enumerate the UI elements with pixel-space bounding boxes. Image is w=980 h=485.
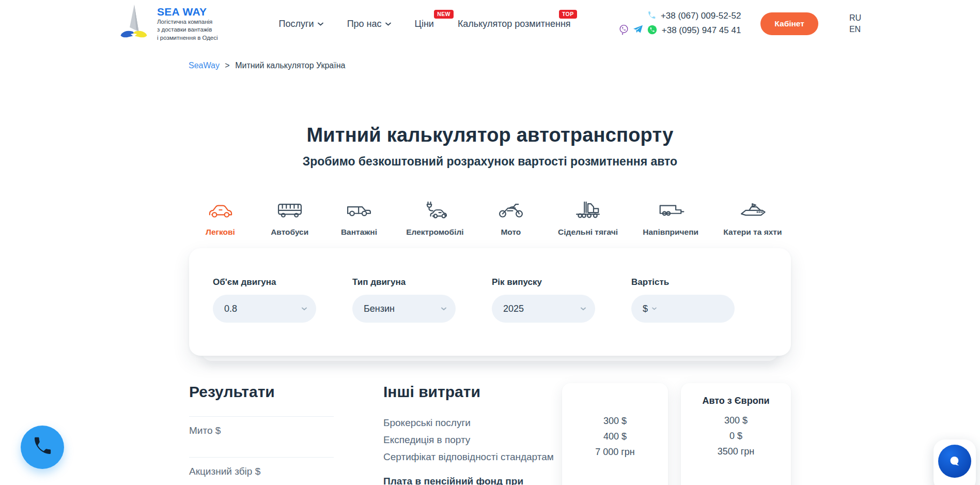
card-value: 400 $	[562, 429, 668, 444]
semi-truck-icon	[574, 199, 602, 220]
year-label: Рік випуску	[492, 277, 595, 287]
chevron-down-icon	[318, 22, 323, 26]
chevron-down-icon	[581, 307, 586, 311]
results-title: Результати	[189, 383, 334, 401]
page-subtitle: Зробимо безкоштовний розрахунок вартості…	[0, 155, 980, 169]
phone-call-icon	[32, 436, 53, 459]
engine-volume-label: Об'єм двигуна	[213, 277, 316, 287]
engine-volume-select[interactable]: 0.8	[213, 295, 316, 323]
viber-icon[interactable]	[619, 24, 629, 37]
breadcrumb-separator: >	[225, 61, 229, 70]
nav-item-services[interactable]: Послуги	[279, 19, 323, 29]
tab-cars[interactable]: Легкові	[198, 199, 243, 237]
messenger-icons	[619, 24, 657, 37]
result-row-duty: Мито $	[189, 416, 334, 457]
year-select[interactable]: 2025	[492, 295, 595, 323]
main-nav: Послуги Про нас Ціни NEW Калькулятор роз…	[279, 19, 571, 29]
language-switcher: RU EN	[849, 13, 861, 34]
top-badge: TOP	[559, 10, 577, 19]
cabinet-button[interactable]: Кабінет	[760, 12, 818, 35]
card-title: Авто з Європи	[681, 396, 791, 406]
breadcrumb-home-link[interactable]: SeaWay	[189, 61, 220, 70]
cost-input[interactable]: $	[631, 295, 735, 323]
engine-type-select[interactable]: Бензин	[352, 295, 456, 323]
header-phones: +38 (067) 009-52-52	[619, 11, 741, 37]
whatsapp-icon[interactable]	[647, 25, 657, 37]
nav-item-prices[interactable]: Ціни NEW	[415, 19, 434, 29]
tab-semi-trucks[interactable]: Сідельні тягачі	[558, 199, 618, 237]
tab-buses[interactable]: Автобуси	[268, 199, 312, 237]
chevron-down-icon	[385, 22, 391, 26]
yacht-icon	[739, 199, 767, 220]
engine-type-label: Тип двигуна	[352, 277, 456, 287]
electric-car-icon	[421, 199, 449, 220]
new-badge: NEW	[434, 10, 454, 19]
card-value: 300 $	[681, 413, 791, 428]
breadcrumb: SeaWay > Митний калькулятор Україна	[189, 61, 980, 70]
results-section: Результати Мито $ Акцизний збір $ Інші в…	[189, 383, 791, 485]
tab-semi-trailers[interactable]: Напівпричепи	[643, 199, 698, 237]
phone-number-1[interactable]: +38 (067) 009-52-52	[661, 11, 741, 21]
lang-ru[interactable]: RU	[849, 13, 861, 23]
tab-boats-yachts[interactable]: Катери та яхти	[723, 199, 782, 237]
tab-moto[interactable]: Мото	[489, 199, 533, 237]
logo-tagline: Логістична компанія з доставки вантажів …	[157, 18, 218, 42]
cost-field-group: Вартість $	[631, 277, 735, 323]
nav-item-customs-calculator[interactable]: Калькулятор розмитнення TOP	[458, 19, 571, 29]
other-costs-column: Інші витрати Брокерські послуги Експедиц…	[383, 383, 562, 485]
logo[interactable]: SEA WAY Логістична компанія з доставки в…	[118, 4, 218, 44]
truck-icon	[345, 199, 373, 220]
vehicle-type-tabs: Легкові Автобуси Вантажні	[198, 199, 782, 237]
other-cost-item: Експедиція в порту	[383, 431, 562, 448]
card-value: 300 $	[562, 413, 668, 429]
phone-icon	[647, 11, 656, 22]
other-cost-item: Брокерські послуги	[383, 414, 562, 431]
engine-type-field-group: Тип двигуна Бензин	[352, 277, 456, 323]
header: SEA WAY Логістична компанія з доставки в…	[0, 0, 980, 48]
card-value: 0 $	[681, 428, 791, 444]
europe-car-card: Авто з Європи 300 $ 0 $ 3500 грн	[681, 383, 791, 485]
card-value: 3500 грн	[681, 444, 791, 459]
calculator-card: Об'єм двигуна 0.8 Тип двигуна Бензин Рік…	[189, 248, 791, 356]
breadcrumb-current: Митний калькулятор Україна	[235, 61, 345, 70]
sailboat-logo-icon	[118, 4, 150, 44]
floating-chat-button[interactable]	[934, 439, 976, 485]
telegram-icon[interactable]	[633, 25, 643, 36]
phone-number-2[interactable]: +38 (095) 947 45 41	[662, 25, 741, 36]
chevron-down-icon	[652, 307, 657, 310]
year-field-group: Рік випуску 2025	[492, 277, 595, 323]
chat-icon	[938, 445, 971, 478]
tab-trucks[interactable]: Вантажні	[337, 199, 381, 237]
chevron-down-icon	[441, 307, 446, 311]
chevron-down-icon	[302, 307, 307, 311]
card-value: 7 000 грн	[562, 444, 668, 460]
results-column: Результати Мито $ Акцизний збір $	[189, 383, 334, 485]
trailer-icon	[657, 199, 685, 220]
engine-volume-field-group: Об'єм двигуна 0.8	[213, 277, 316, 323]
cost-label: Вартість	[631, 277, 735, 287]
nav-item-about[interactable]: Про нас	[347, 19, 391, 29]
page-title: Митний калькулятор автотранспорту	[0, 124, 980, 146]
motorcycle-icon	[497, 199, 525, 220]
result-row-excise: Акцизний збір $	[189, 457, 334, 485]
hero: Митний калькулятор автотранспорту Зробим…	[0, 124, 980, 169]
other-cost-item: Сертифікат відповідності стандартам	[383, 448, 562, 465]
floating-call-button[interactable]	[21, 426, 64, 469]
other-costs-values-card: 300 $ 400 $ 7 000 грн	[562, 383, 668, 485]
lang-en[interactable]: EN	[849, 25, 861, 34]
other-costs-title: Інші витрати	[383, 383, 562, 401]
car-icon	[207, 199, 235, 220]
tab-electric-cars[interactable]: Електромобілі	[406, 199, 463, 237]
bus-icon	[276, 199, 304, 220]
other-cost-pension-item: Плата в пенсійний фонд при реєстрації МР…	[383, 474, 536, 485]
logo-title: SEA WAY	[157, 6, 218, 18]
